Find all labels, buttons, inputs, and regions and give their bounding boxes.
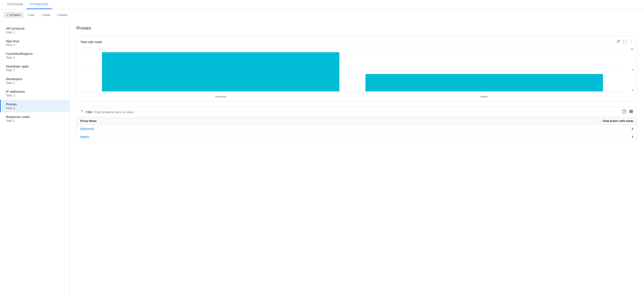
bar-chart: helloworld httpbin 10 5 0	[80, 48, 633, 98]
sidebar-item-api-products[interactable]: API products Total: 1	[0, 24, 69, 37]
main-layout: API products Total: 1 App keys Total: 1 …	[0, 21, 644, 296]
columns-icon[interactable]	[629, 109, 633, 115]
chart-expand-icon[interactable]	[623, 40, 627, 44]
td-calls-helloworld: 9	[280, 125, 637, 133]
sidebar-item-response-codes[interactable]: Response codes Total: 1	[0, 112, 69, 125]
sidebar-item-developer-apps[interactable]: Developer apps Total: 1	[0, 62, 69, 74]
filter-right	[622, 109, 633, 115]
bars-area	[80, 48, 625, 91]
chart-card: Total calls made	[76, 36, 637, 102]
sidebar-item-developers[interactable]: Developers Total: 1	[0, 74, 69, 87]
filter-input[interactable]	[94, 110, 160, 114]
chart-more-icon[interactable]	[630, 40, 633, 44]
y-label-5: 5	[632, 68, 633, 71]
filter-label: Filter	[86, 110, 92, 114]
chart-legend-icon[interactable]	[616, 40, 620, 44]
tab-attributes[interactable]: ATTRIBUTES	[26, 0, 52, 9]
svg-point-5	[631, 43, 632, 43]
time-btn-1w[interactable]: 1 week	[38, 12, 53, 18]
svg-point-3	[631, 40, 632, 41]
y-label-0: 0	[632, 89, 633, 91]
y-axis: 10 5 0	[626, 48, 633, 91]
x-label-httpbin: httpbin	[352, 95, 616, 98]
y-label-10: 10	[631, 48, 633, 51]
sidebar-item-countries-regions[interactable]: Countries/Regions Total: 3	[0, 49, 69, 62]
td-calls-httpbin: 4	[280, 133, 637, 141]
data-table: Proxy Name ↓ Total action calls made hel…	[76, 117, 637, 141]
proxy-link-helloworld[interactable]: helloworld	[80, 127, 94, 131]
filter-icon	[80, 110, 84, 115]
chart-title: Total calls made	[80, 40, 102, 44]
svg-rect-13	[632, 110, 633, 113]
bar-group-httpbin	[352, 48, 616, 91]
time-btn-1d[interactable]: 1 day	[24, 12, 38, 18]
table-row: helloworld 9	[77, 125, 637, 133]
chart-header: Total calls made	[80, 40, 633, 44]
th-proxy-name: Proxy Name	[77, 117, 280, 125]
table-header-row: Proxy Name ↓ Total action calls made	[77, 117, 637, 125]
page-title: Proxies	[76, 26, 637, 31]
help-icon[interactable]	[622, 109, 626, 115]
sidebar-item-app-keys[interactable]: App keys Total: 1	[0, 37, 69, 49]
td-proxy-name-helloworld: helloworld	[77, 125, 280, 133]
sidebar-item-proxies[interactable]: Proxies Total: 2	[0, 100, 69, 112]
bar-group-helloworld	[89, 48, 352, 91]
filter-bar: Filter	[76, 107, 637, 117]
time-filter-bar: 12 hours 1 day 1 week 2 weeks	[0, 9, 644, 21]
svg-point-4	[631, 41, 632, 42]
time-btn-2w[interactable]: 2 weeks	[54, 12, 71, 18]
bar-helloworld	[102, 52, 340, 91]
tab-overview[interactable]: OVERVIEW	[4, 0, 26, 9]
content-area: Proxies Total calls made	[70, 21, 644, 296]
proxy-link-httpbin[interactable]: httpbin	[80, 135, 89, 139]
sidebar-item-ip-addresses[interactable]: IP addresses Total: 3	[0, 87, 69, 100]
time-btn-12h[interactable]: 12 hours	[4, 12, 24, 18]
td-proxy-name-httpbin: httpbin	[77, 133, 280, 141]
svg-rect-12	[631, 110, 632, 113]
x-axis-labels: helloworld httpbin	[80, 95, 625, 98]
filter-left: Filter	[80, 110, 160, 115]
table-row: httpbin 4	[77, 133, 637, 141]
svg-rect-11	[630, 110, 630, 113]
th-total-calls[interactable]: ↓ Total action calls made	[280, 117, 637, 125]
bar-httpbin	[366, 74, 603, 91]
top-tabs: OVERVIEW ATTRIBUTES	[0, 0, 644, 9]
x-label-helloworld: helloworld	[89, 95, 352, 98]
sort-desc-icon: ↓	[600, 119, 601, 123]
sidebar: API products Total: 1 App keys Total: 1 …	[0, 21, 70, 296]
chart-actions	[616, 40, 633, 44]
